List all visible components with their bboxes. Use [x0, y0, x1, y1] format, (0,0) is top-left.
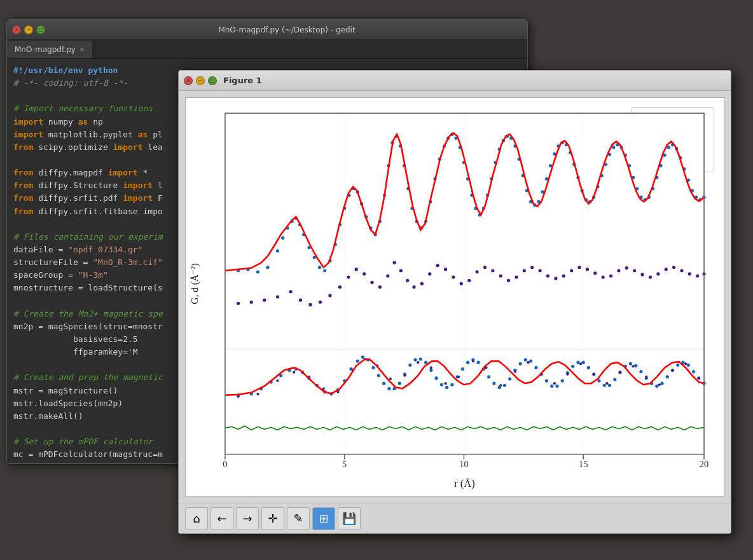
svg-point-154	[515, 275, 518, 278]
home-button[interactable]: ⌂	[185, 507, 208, 530]
pan-button[interactable]: ✛	[261, 507, 284, 530]
svg-point-174	[672, 266, 675, 269]
import-keyword: import	[108, 167, 138, 179]
save-button[interactable]: 💾	[338, 507, 361, 530]
svg-point-199	[382, 382, 385, 385]
svg-point-142	[420, 282, 424, 285]
mpdf-comment: # Set up the mPDF calculator	[13, 435, 153, 448]
svg-point-130	[328, 294, 331, 297]
svg-point-175	[680, 269, 683, 272]
svg-point-271	[389, 378, 392, 380]
svg-point-195	[361, 355, 364, 359]
code-text: diffpy.magpdf	[33, 167, 107, 179]
svg-point-288	[619, 371, 621, 374]
svg-point-226	[524, 358, 527, 361]
svg-point-255	[676, 364, 679, 367]
code-text: mnostructure = loadStructure(s	[13, 282, 163, 294]
svg-point-290	[645, 376, 647, 378]
svg-point-242	[608, 384, 611, 387]
svg-point-128	[308, 303, 312, 306]
string-val: "MnO_R-3m.cif"	[93, 256, 163, 269]
svg-point-197	[371, 366, 375, 369]
svg-text:15: 15	[579, 459, 588, 469]
svg-point-243	[613, 378, 616, 381]
svg-point-261	[237, 395, 239, 398]
svg-point-200	[387, 387, 390, 390]
svg-point-235	[571, 365, 574, 368]
svg-point-156	[530, 266, 534, 269]
from-keyword: from	[13, 179, 33, 192]
from-keyword: from	[13, 167, 33, 179]
svg-point-237	[582, 361, 585, 364]
svg-point-251	[655, 385, 658, 388]
tab-close-icon[interactable]: ×	[79, 46, 85, 53]
svg-point-293	[684, 362, 687, 365]
code-text: structureFile =	[13, 256, 93, 269]
svg-point-252	[660, 382, 663, 385]
svg-point-194	[356, 360, 359, 363]
svg-point-127	[299, 299, 302, 302]
zoom-button[interactable]: ⊞	[312, 507, 335, 530]
svg-point-274	[430, 366, 432, 369]
forward-button[interactable]: →	[236, 507, 259, 530]
svg-point-164	[593, 271, 597, 275]
code-text: spaceGroup =	[13, 269, 78, 282]
code-text: scipy.optimize	[33, 141, 113, 154]
svg-point-129	[319, 301, 322, 304]
figure-min-button[interactable]: −	[196, 76, 205, 85]
svg-point-198	[377, 374, 380, 377]
svg-point-135	[370, 281, 373, 284]
svg-point-225	[519, 362, 522, 365]
gedit-max-button[interactable]: □	[36, 25, 45, 34]
svg-point-28	[323, 269, 326, 272]
svg-point-134	[363, 272, 366, 275]
svg-point-136	[378, 285, 382, 289]
back-button[interactable]: ←	[211, 507, 233, 530]
svg-point-171	[649, 275, 652, 278]
import-comment: # Import necessary functions	[13, 102, 153, 115]
svg-point-206	[419, 357, 422, 360]
svg-point-124	[263, 299, 266, 302]
gedit-close-button[interactable]: ×	[12, 25, 21, 34]
figure-window: × − □ Figure 1 Total PDF	[178, 70, 731, 534]
figure-max-button[interactable]: □	[208, 76, 217, 85]
svg-point-236	[576, 361, 579, 364]
figure-close-button[interactable]: ×	[184, 76, 193, 85]
svg-point-233	[561, 379, 564, 382]
svg-point-152	[499, 274, 502, 277]
svg-point-27	[318, 266, 321, 269]
svg-text:r (Å): r (Å)	[454, 477, 475, 489]
svg-point-17	[266, 266, 269, 269]
gedit-min-button[interactable]: −	[24, 25, 33, 34]
svg-point-166	[609, 274, 612, 277]
svg-text:0: 0	[223, 459, 227, 469]
plot-area: Total PDF mPDF Fit R	[185, 97, 724, 496]
svg-point-248	[639, 370, 642, 373]
svg-point-151	[491, 269, 494, 272]
figure-titlebar: × − □ Figure 1	[179, 71, 731, 91]
code-text: mstr.loadSpecies(mn2p)	[13, 397, 123, 410]
svg-point-279	[499, 384, 502, 386]
svg-point-146	[452, 275, 455, 278]
code-text: *	[138, 167, 148, 179]
svg-point-241	[603, 384, 606, 387]
svg-point-16	[256, 270, 259, 273]
svg-point-137	[386, 274, 389, 277]
svg-point-276	[457, 376, 460, 378]
svg-point-209	[435, 376, 438, 379]
svg-point-158	[546, 274, 549, 277]
file-tab[interactable]: MnO-magpdf.py ×	[7, 41, 93, 58]
svg-point-262	[256, 393, 259, 395]
svg-point-163	[586, 268, 589, 271]
code-text: diffpy.Structure	[33, 179, 123, 192]
svg-point-173	[665, 268, 668, 271]
svg-point-125	[276, 295, 279, 298]
as-keyword: as	[78, 116, 88, 128]
svg-point-150	[483, 266, 487, 269]
svg-point-176	[688, 272, 691, 275]
figure-title: Figure 1	[223, 76, 262, 85]
edit-button[interactable]: ✎	[287, 507, 310, 530]
svg-point-246	[629, 362, 632, 365]
figure-controls[interactable]: × − □	[184, 76, 217, 85]
gedit-controls[interactable]: × − □	[12, 25, 45, 34]
